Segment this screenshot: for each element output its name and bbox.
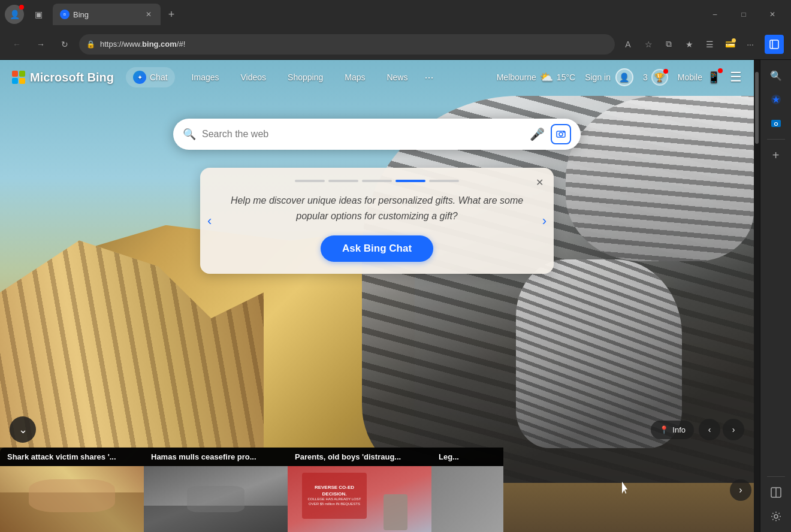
sign-in-button[interactable]: Sign in 👤	[585, 68, 633, 86]
carousel-prev-button[interactable]: ‹	[699, 419, 720, 440]
main-content-area: Microsoft Bing ✦ Chat Images Videos Shop…	[0, 60, 791, 532]
active-tab[interactable]: B Bing ✕	[53, 4, 161, 25]
promo-dot-4	[396, 180, 425, 182]
nav-chat-link[interactable]: ✦ Chat	[126, 67, 175, 87]
nav-news-link[interactable]: News	[382, 70, 412, 84]
news-card-3[interactable]: Parents, old boys 'distraug... REVERSE C…	[288, 448, 431, 532]
sidebar-add-icon[interactable]: +	[765, 144, 787, 166]
sidebar-split-screen-icon[interactable]	[765, 482, 787, 503]
news-card-2-image	[144, 466, 288, 532]
bing-page: Microsoft Bing ✦ Chat Images Videos Shop…	[0, 60, 754, 532]
browser-window: 👤 ▣ B Bing ✕ + – □ ✕ ← → ↻ 🔒	[0, 0, 791, 532]
news-img-3-placeholder: REVERSE CO-ED DECISION.COLLEGE HAS ALREA…	[288, 466, 431, 532]
minimize-button[interactable]: –	[701, 5, 729, 24]
rewards-button[interactable]: 3 🏆	[643, 69, 668, 86]
bing-logo[interactable]: Microsoft Bing	[12, 71, 114, 84]
svg-point-6	[563, 131, 564, 132]
promo-dot-3	[362, 180, 392, 182]
tab-strip: B Bing ✕ +	[53, 4, 696, 25]
address-input-wrap[interactable]: 🔒 https://www.bing.com/#!	[79, 34, 615, 55]
voice-search-icon[interactable]: 🎤	[530, 127, 545, 141]
sign-in-label: Sign in	[585, 72, 611, 82]
chat-icon: ✦	[133, 71, 146, 84]
profile-avatar[interactable]: 👤	[5, 5, 24, 24]
more-tools-icon[interactable]: ···	[742, 36, 759, 53]
close-button[interactable]: ✕	[759, 5, 786, 24]
reader-view-icon[interactable]: A	[620, 36, 636, 53]
back-button[interactable]: ←	[7, 35, 26, 54]
address-bar: ← → ↻ 🔒 https://www.bing.com/#! A ☆ ⧉ ★ …	[0, 29, 791, 60]
news-card-1-headline: Shark attack victim shares '...	[0, 448, 144, 466]
sidebar-toggle-btn[interactable]: ▣	[29, 5, 48, 24]
svg-text:B: B	[64, 13, 66, 16]
news-img-4-placeholder	[431, 466, 503, 532]
collections-icon[interactable]: ☰	[701, 36, 718, 53]
news-card-4[interactable]: Leg...	[431, 448, 503, 532]
search-input[interactable]	[202, 129, 524, 140]
rewards-icon: 🏆	[651, 69, 668, 86]
hamburger-menu-button[interactable]: ☰	[730, 69, 742, 85]
scrollbar[interactable]	[754, 60, 760, 532]
bing-logo-text: Microsoft Bing	[30, 71, 114, 84]
news-card-1[interactable]: Shark attack victim shares '...	[0, 448, 144, 532]
nav-videos-link[interactable]: Videos	[236, 70, 271, 84]
wallet-icon[interactable]: 💳	[721, 36, 738, 53]
svg-rect-2	[770, 40, 778, 49]
nav-shopping-link[interactable]: Shopping	[283, 70, 328, 84]
promo-dot-5	[429, 180, 459, 182]
nav-images-link[interactable]: Images	[187, 70, 224, 84]
news-card-2[interactable]: Hamas mulls ceasefire pro...	[144, 448, 288, 532]
promo-prev-button[interactable]: ‹	[207, 213, 212, 229]
carousel-navigation: ‹ ›	[699, 419, 744, 440]
promo-close-button[interactable]: ✕	[532, 175, 547, 189]
sidebar-outlook-icon[interactable]: O	[765, 113, 787, 134]
nav-more-button[interactable]: ···	[424, 71, 433, 84]
ask-bing-chat-button[interactable]: Ask Bing Chat	[321, 235, 433, 262]
sidebar-search-icon[interactable]: 🔍	[765, 65, 787, 86]
address-right-icons: A ☆ ⧉ ★ ☰ 💳 ···	[620, 35, 784, 54]
sidebar-divider-1	[767, 139, 785, 140]
bottom-controls: ⌄ 📍 Info ‹ ›	[0, 416, 754, 448]
info-label: Info	[672, 425, 686, 434]
add-favorites-icon[interactable]: ★	[681, 36, 698, 53]
sidebar-copilot-icon[interactable]	[765, 89, 787, 110]
refresh-button[interactable]: ↻	[55, 35, 74, 54]
news-card-3-image: REVERSE CO-ED DECISION.COLLEGE HAS ALREA…	[288, 466, 431, 532]
new-tab-button[interactable]: +	[163, 6, 180, 23]
location-pin-icon: 📍	[659, 425, 669, 434]
visual-search-icon[interactable]	[551, 124, 571, 144]
rewards-notification-dot	[663, 69, 668, 74]
promo-dot-1	[295, 180, 325, 182]
address-text: https://www.bing.com/#!	[100, 40, 608, 49]
nav-maps-link[interactable]: Maps	[340, 70, 370, 84]
search-icon: 🔍	[183, 128, 196, 141]
news-next-button[interactable]: ›	[730, 479, 751, 501]
scrollbar-thumb[interactable]	[755, 72, 759, 144]
favorites-icon[interactable]: ☆	[640, 36, 657, 53]
search-section: 🔍 🎤	[0, 119, 754, 150]
carousel-next-button[interactable]: ›	[723, 419, 744, 440]
rewards-count: 3	[643, 72, 648, 82]
sidebar-settings-icon[interactable]	[765, 506, 787, 527]
bing-navbar: Microsoft Bing ✦ Chat Images Videos Shop…	[0, 60, 754, 95]
forward-button[interactable]: →	[31, 35, 50, 54]
edge-sidebar-toggle[interactable]	[765, 35, 784, 54]
promo-next-button[interactable]: ›	[542, 213, 547, 229]
image-info-button[interactable]: 📍 Info	[651, 421, 694, 439]
mobile-notification-dot	[718, 68, 723, 73]
title-bar-left: 👤 ▣	[5, 5, 48, 24]
maximize-button[interactable]: □	[730, 5, 757, 24]
search-bar: 🔍 🎤	[173, 119, 581, 150]
sign-in-avatar: 👤	[615, 68, 633, 86]
split-screen-icon[interactable]: ⧉	[660, 36, 677, 53]
bottom-right-controls: 📍 Info ‹ ›	[651, 419, 744, 440]
news-card-4-image	[431, 466, 503, 532]
news-card-3-headline: Parents, old boys 'distraug...	[288, 448, 431, 466]
weather-widget[interactable]: Melbourne ⛅ 15°C	[497, 71, 575, 84]
lock-icon: 🔒	[86, 40, 95, 49]
mobile-icon: 📱	[707, 71, 720, 84]
news-strip-wrapper: ‹ Shark attack victim shares '...	[0, 448, 754, 532]
mobile-button[interactable]: Mobile 📱	[678, 71, 720, 84]
tab-close-btn[interactable]: ✕	[144, 10, 153, 19]
scroll-down-button[interactable]: ⌄	[10, 416, 36, 443]
